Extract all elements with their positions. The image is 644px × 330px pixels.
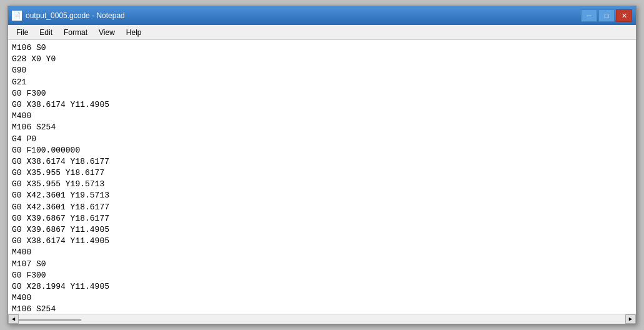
menu-format[interactable]: Format (58, 26, 93, 39)
maximize-button[interactable]: □ (598, 9, 615, 22)
close-button[interactable]: ✕ (616, 9, 632, 22)
text-editor[interactable]: M106 S0 G28 X0 Y0 G90 G21 G0 F300 G0 X38… (8, 40, 636, 314)
window-controls: ─ □ ✕ (581, 9, 632, 22)
menu-help[interactable]: Help (121, 26, 147, 39)
minimize-button[interactable]: ─ (581, 9, 597, 22)
title-bar: 📄 output_0005.gcode - Notepad ─ □ ✕ (8, 6, 636, 25)
menu-edit[interactable]: Edit (34, 26, 58, 39)
menu-bar: File Edit Format View Help (8, 25, 636, 40)
hscroll-thumb[interactable] (19, 319, 81, 321)
title-bar-left: 📄 output_0005.gcode - Notepad (12, 11, 125, 21)
horizontal-scrollbar: ◀ ▶ (8, 314, 636, 324)
app-icon: 📄 (12, 11, 22, 21)
editor-area: M106 S0 G28 X0 Y0 G90 G21 G0 F300 G0 X38… (8, 40, 636, 314)
window-title: output_0005.gcode - Notepad (26, 11, 125, 20)
menu-file[interactable]: File (11, 26, 34, 39)
hscroll-right-button[interactable]: ▶ (625, 314, 636, 324)
main-window: 📄 output_0005.gcode - Notepad ─ □ ✕ File… (7, 6, 637, 324)
hscroll-left-button[interactable]: ◀ (8, 314, 19, 324)
menu-view[interactable]: View (93, 26, 121, 39)
